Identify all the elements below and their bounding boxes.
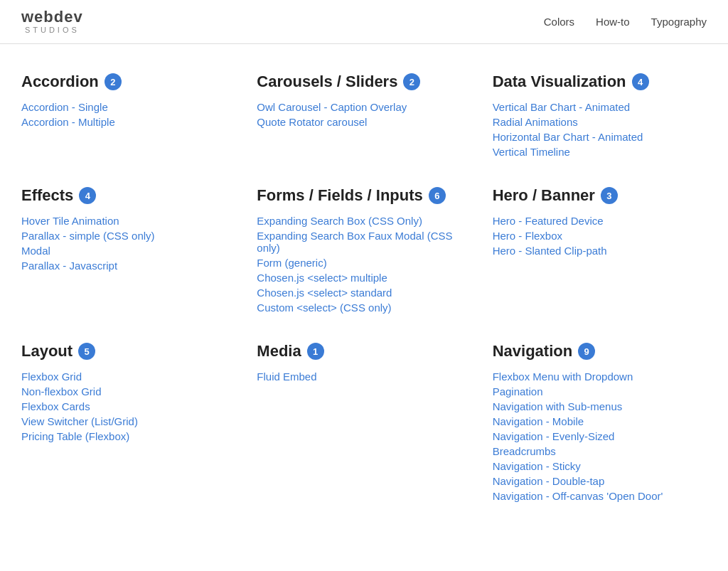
category-link[interactable]: Owl Carousel - Caption Overlay [257,101,407,113]
category-link[interactable]: Modal [21,245,50,257]
category-badge: 3 [601,187,618,204]
list-item: Pagination [493,385,707,397]
category-link[interactable]: Parallax - Javascript [21,260,117,272]
category-link[interactable]: Breadcrumbs [493,445,556,457]
category-links-hero: Hero - Featured DeviceHero - FlexboxHero… [493,215,707,257]
category-link[interactable]: Navigation - Off-canvas 'Open Door' [493,490,663,502]
list-item: Navigation - Sticky [493,460,707,472]
list-item: Chosen.js <select> multiple [257,272,471,284]
category-badge: 5 [78,343,95,360]
category-link[interactable]: Non-flexbox Grid [21,385,102,397]
list-item: Hero - Featured Device [493,215,707,227]
list-item: Expanding Search Box Faux Modal (CSS onl… [257,230,471,254]
category-link[interactable]: Expanding Search Box Faux Modal (CSS onl… [257,230,452,254]
logo-text-top: webdev [21,9,83,25]
category-effects: Effects4Hover Tile AnimationParallax - s… [21,186,235,314]
category-link[interactable]: Navigation - Mobile [493,415,584,427]
list-item: Expanding Search Box (CSS Only) [257,215,471,227]
category-title-accordion: Accordion2 [21,73,235,91]
list-item: Pricing Table (Flexbox) [21,430,235,442]
category-link[interactable]: Custom <select> (CSS only) [257,301,391,314]
list-item: Radial Animations [493,116,707,128]
category-title-navigation: Navigation9 [493,342,707,361]
category-link[interactable]: Parallax - simple (CSS only) [21,230,155,242]
category-carousels: Carousels / Sliders2Owl Carousel - Capti… [257,73,471,158]
category-grid: Accordion2Accordion - SingleAccordion - … [21,73,707,502]
list-item: Modal [21,245,235,257]
category-link[interactable]: Pricing Table (Flexbox) [21,430,129,442]
category-link[interactable]: Accordion - Multiple [21,116,115,128]
category-badge: 1 [307,343,324,360]
list-item: Chosen.js <select> standard [257,287,471,299]
list-item: Hero - Slanted Clip-path [493,245,707,257]
list-item: Parallax - simple (CSS only) [21,230,235,242]
list-item: Vertical Timeline [493,146,707,158]
nav-link-colors[interactable]: Colors [544,16,574,28]
category-badge: 4 [632,73,649,90]
list-item: Breadcrumbs [493,445,707,457]
category-link[interactable]: Radial Animations [493,116,578,128]
category-links-layout: Flexbox GridNon-flexbox GridFlexbox Card… [21,370,235,442]
list-item: Accordion - Multiple [21,116,235,128]
category-badge: 6 [429,187,446,204]
category-link[interactable]: Hover Tile Animation [21,215,119,227]
list-item: Hover Tile Animation [21,215,235,227]
category-link[interactable]: Fluid Embed [257,370,316,383]
category-forms: Forms / Fields / Inputs6Expanding Search… [257,186,471,314]
category-link[interactable]: Hero - Flexbox [493,230,562,242]
category-link[interactable]: Flexbox Menu with Dropdown [493,370,633,383]
category-link[interactable]: Form (generic) [257,257,326,269]
list-item: Flexbox Menu with Dropdown [493,370,707,383]
category-hero: Hero / Banner3Hero - Featured DeviceHero… [493,186,707,314]
category-link[interactable]: Expanding Search Box (CSS Only) [257,215,422,227]
list-item: Horizontal Bar Chart - Animated [493,131,707,143]
logo-text-bottom: STUDIOS [25,26,80,34]
category-link[interactable]: Horizontal Bar Chart - Animated [493,131,643,143]
list-item: Flexbox Cards [21,400,235,412]
category-title-effects: Effects4 [21,186,235,205]
list-item: Navigation - Off-canvas 'Open Door' [493,490,707,502]
category-link[interactable]: Navigation - Evenly-Sized [493,430,615,442]
category-link[interactable]: Chosen.js <select> multiple [257,272,387,284]
category-link[interactable]: Pagination [493,385,543,397]
category-badge: 2 [403,73,420,90]
category-link[interactable]: Navigation with Sub-menus [493,400,623,412]
category-link[interactable]: Navigation - Sticky [493,460,581,472]
list-item: Form (generic) [257,257,471,269]
category-links-navigation: Flexbox Menu with DropdownPaginationNavi… [493,370,707,502]
category-title-text: Accordion [21,73,99,91]
site-logo: webdev STUDIOS [21,9,83,34]
category-link[interactable]: Hero - Featured Device [493,215,604,227]
category-title-text: Layout [21,342,73,361]
category-link[interactable]: Flexbox Grid [21,370,82,383]
category-link[interactable]: Navigation - Double-tap [493,475,605,487]
category-title-hero: Hero / Banner3 [493,186,707,205]
nav-link-how-to[interactable]: How-to [596,16,630,28]
main-nav: ColorsHow-toTypography [544,16,707,28]
list-item: Quote Rotator carousel [257,116,471,128]
category-links-carousels: Owl Carousel - Caption OverlayQuote Rota… [257,101,471,128]
category-link[interactable]: Quote Rotator carousel [257,116,367,128]
list-item: Non-flexbox Grid [21,385,235,397]
category-link[interactable]: Accordion - Single [21,101,108,113]
category-links-data-viz: Vertical Bar Chart - AnimatedRadial Anim… [493,101,707,158]
category-link[interactable]: Hero - Slanted Clip-path [493,245,607,257]
category-title-text: Hero / Banner [493,186,595,205]
category-link[interactable]: Flexbox Cards [21,400,90,412]
category-badge: 2 [105,73,122,90]
category-layout: Layout5Flexbox GridNon-flexbox GridFlexb… [21,342,235,502]
category-media: Media1Fluid Embed [257,342,471,502]
list-item: Parallax - Javascript [21,260,235,272]
category-link[interactable]: Chosen.js <select> standard [257,287,392,299]
category-link[interactable]: Vertical Bar Chart - Animated [493,101,630,113]
category-link[interactable]: View Switcher (List/Grid) [21,415,138,427]
list-item: Flexbox Grid [21,370,235,383]
category-title-text: Data Visualization [493,73,626,91]
category-link[interactable]: Vertical Timeline [493,146,570,158]
list-item: Owl Carousel - Caption Overlay [257,101,471,113]
list-item: Accordion - Single [21,101,235,113]
nav-link-typography[interactable]: Typography [651,16,707,28]
category-links-effects: Hover Tile AnimationParallax - simple (C… [21,215,235,272]
list-item: Navigation with Sub-menus [493,400,707,412]
list-item: Navigation - Double-tap [493,475,707,487]
